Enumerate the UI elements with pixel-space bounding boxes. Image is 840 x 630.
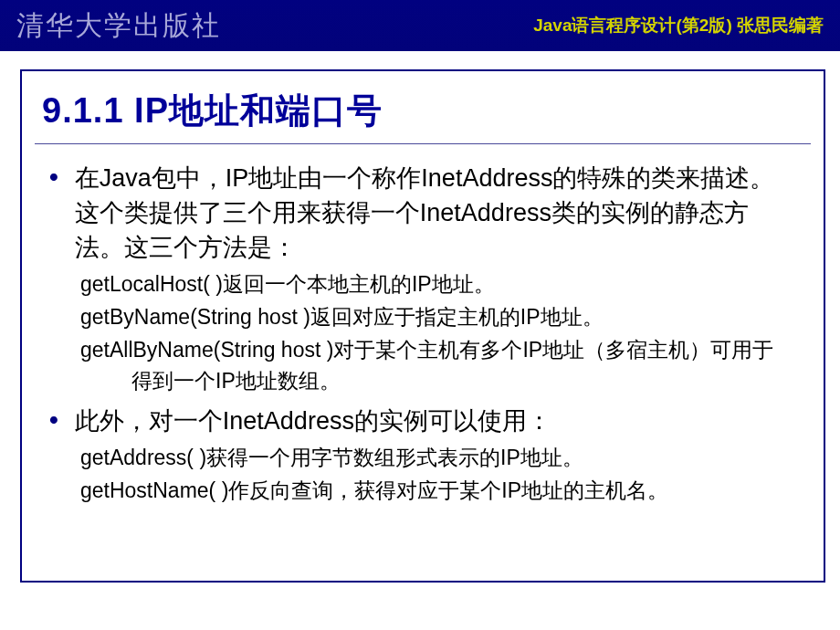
- sub-item: getByName(String host )返回对应于指定主机的IP地址。: [80, 301, 793, 332]
- sub-item: getAddress( )获得一个用字节数组形式表示的IP地址。: [80, 442, 793, 473]
- bullet-item: • 此外，对一个InetAddress的实例可以使用：: [77, 404, 793, 438]
- bullet-text: 此外，对一个InetAddress的实例可以使用：: [75, 404, 551, 438]
- slide-container: 9.1.1 IP地址和端口号 • 在Java包中，IP地址由一个称作InetAd…: [20, 69, 825, 583]
- sub-item: getHostName( )作反向查询，获得对应于某个IP地址的主机名。: [80, 475, 793, 506]
- sub-item: getAllByName(String host )对于某个主机有多个IP地址（…: [80, 334, 793, 396]
- publisher-name: 清华大学出版社: [16, 7, 221, 45]
- bullet-text: 在Java包中，IP地址由一个称作InetAddress的特殊的类来描述。这个类…: [75, 161, 793, 265]
- sub-item: getLocalHost( )返回一个本地主机的IP地址。: [80, 268, 793, 299]
- bullet-item: • 在Java包中，IP地址由一个称作InetAddress的特殊的类来描述。这…: [77, 161, 793, 265]
- title-divider: [35, 143, 811, 144]
- slide-title: 9.1.1 IP地址和端口号: [22, 71, 824, 143]
- content-area: 9.1.1 IP地址和端口号 • 在Java包中，IP地址由一个称作InetAd…: [0, 51, 840, 583]
- slide-body: • 在Java包中，IP地址由一个称作InetAddress的特殊的类来描述。这…: [22, 161, 824, 581]
- bullet-marker-icon: •: [49, 404, 58, 438]
- slide-header: 清华大学出版社 Java语言程序设计(第2版) 张思民编著: [0, 0, 840, 51]
- bullet-marker-icon: •: [49, 161, 58, 265]
- book-info: Java语言程序设计(第2版) 张思民编著: [533, 14, 824, 37]
